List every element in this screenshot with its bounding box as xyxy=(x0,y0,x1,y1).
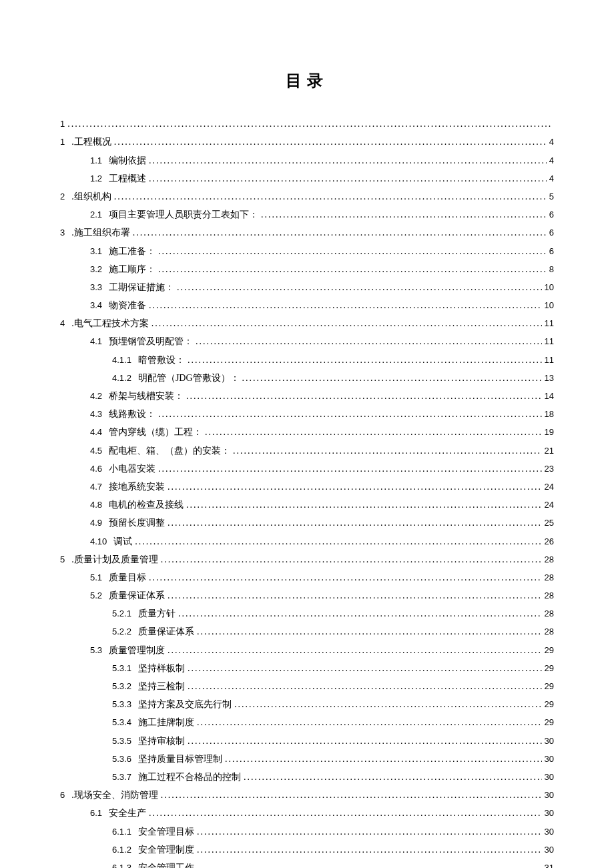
toc-leader-dots xyxy=(133,224,547,241)
toc-entry: 4.3线路敷设：18 xyxy=(60,406,554,422)
toc-entry: 4.7接地系统安装24 xyxy=(60,478,554,495)
toc-leader-dots xyxy=(242,370,542,386)
toc-entry: 4.9预留长度调整25 xyxy=(60,514,554,531)
toc-entry-page: 30 xyxy=(545,733,554,749)
toc-entry-text: 施工挂牌制度 xyxy=(138,714,194,731)
toc-leader-dots xyxy=(225,751,542,767)
toc-entry-page: 29 xyxy=(545,715,554,730)
toc-entry: 4.5配电柜、箱、（盘）的安装：21 xyxy=(60,442,554,459)
toc-entry-text: 工程概述 xyxy=(109,170,146,187)
toc-entry-number: 4.8 xyxy=(90,497,102,512)
toc-entry: 4.1.2明配管（JDG管敷设）：13 xyxy=(60,370,554,386)
toc-entry-number: 5.3.4 xyxy=(112,715,131,730)
toc-entry-page: 21 xyxy=(545,443,554,458)
toc-entry-text: .现场安全、消防管理 xyxy=(71,787,158,803)
toc-entry-number: 5.3.1 xyxy=(112,661,131,676)
toc-entry-number: 3.1 xyxy=(90,244,102,259)
toc-leader-dots xyxy=(188,352,542,368)
toc-entry-page: 30 xyxy=(545,824,554,839)
toc-entry-text: 小电器安装 xyxy=(109,460,156,477)
toc-entry-page: 19 xyxy=(545,424,554,440)
toc-entry-page: 30 xyxy=(545,751,554,767)
toc-entry-page: 4 xyxy=(549,153,554,168)
toc-entry: 1 xyxy=(60,115,554,132)
toc-entry-page: 28 xyxy=(545,552,554,567)
toc-entry-text: .组织机构 xyxy=(71,188,111,205)
toc-leader-dots xyxy=(188,678,542,695)
toc-entry: 5.质量计划及质量管理28 xyxy=(60,551,554,568)
toc-entry-text: 编制依据 xyxy=(109,152,146,169)
toc-entry-page: 30 xyxy=(545,805,554,821)
toc-entry-text: 坚持质量目标管理制 xyxy=(138,751,222,767)
toc-leader-dots xyxy=(168,642,541,659)
toc-entry: 4.10调试26 xyxy=(60,533,554,550)
toc-entry-text: 质量目标 xyxy=(109,569,146,586)
toc-entry-page: 10 xyxy=(545,298,554,313)
toc-entry-page: 6 xyxy=(549,207,554,222)
toc-entry-text: 安全管理制度 xyxy=(138,841,194,858)
toc-entry-number: 5.2.1 xyxy=(112,606,131,621)
toc-leader-dots xyxy=(149,805,541,821)
toc-entry-number: 5.3.6 xyxy=(112,751,131,767)
toc-entry-number: 4 xyxy=(60,316,65,331)
toc-leader-dots xyxy=(178,605,542,622)
toc-entry-page: 6 xyxy=(549,244,554,259)
toc-entry-page: 30 xyxy=(545,769,554,785)
toc-leader-dots xyxy=(149,297,541,314)
toc-entry-text: 工期保证措施： xyxy=(109,279,174,296)
toc-entry-number: 4.2 xyxy=(90,388,102,404)
toc-entry-page: 10 xyxy=(545,280,554,295)
toc-entry-page: 14 xyxy=(545,388,554,404)
toc-entry-text: .施工组织布署 xyxy=(71,224,130,241)
toc-entry-text: 安全管理工作 xyxy=(138,859,194,868)
toc-entry-page: 6 xyxy=(549,225,554,240)
toc-entry-number: 4.7 xyxy=(90,479,102,494)
toc-entry-number: 5 xyxy=(60,552,65,567)
toc-entry-number: 4.1.2 xyxy=(112,370,131,386)
toc-entry: 6.1.2安全管理制度30 xyxy=(60,841,554,858)
toc-entry: 4.2桥架与线槽安装：14 xyxy=(60,388,554,404)
toc-entry-number: 5.3.5 xyxy=(112,733,131,749)
toc-entry-number: 2 xyxy=(60,189,65,204)
toc-entry-text: 质量管理制度 xyxy=(109,642,165,659)
toc-entry: 5.1质量目标28 xyxy=(60,569,554,586)
toc-entry-page: 24 xyxy=(545,497,554,512)
toc-entry-page: 28 xyxy=(545,624,554,639)
toc-entry-page: 18 xyxy=(545,406,554,422)
toc-entry-text: 预埋钢管及明配管： xyxy=(109,333,193,350)
toc-entry-number: 5.3 xyxy=(90,642,102,658)
toc-entry-page: 26 xyxy=(545,534,554,549)
toc-entry-text: 接地系统安装 xyxy=(109,478,165,495)
toc-leader-dots xyxy=(234,696,542,713)
toc-leader-dots xyxy=(197,823,542,840)
toc-entry-number: 6.1 xyxy=(90,805,102,821)
toc-entry-number: 4.5 xyxy=(90,443,102,458)
toc-entry-number: 5.2.2 xyxy=(112,624,131,639)
toc-entry: 5.3.4施工挂牌制度29 xyxy=(60,714,554,731)
toc-entry-page: 8 xyxy=(549,262,554,277)
toc-entry: 4.1预埋钢管及明配管：11 xyxy=(60,333,554,350)
toc-entry-number: 3.2 xyxy=(90,262,102,277)
toc-entry-text: 项目主要管理人员职责分工表如下： xyxy=(109,206,258,223)
toc-entry: 1.工程概况4 xyxy=(60,133,554,150)
toc-leader-dots xyxy=(114,188,547,205)
toc-entry: 5.3.3坚持方案及交底先行制29 xyxy=(60,696,554,713)
toc-entry: 4.电气工程技术方案11 xyxy=(60,315,554,332)
toc-entry-page: 29 xyxy=(545,642,554,658)
toc-entry-page: 13 xyxy=(545,370,554,386)
toc-leader-dots xyxy=(158,406,541,422)
toc-entry: 3.施工组织布署6 xyxy=(60,224,554,241)
toc-entry: 5.2.2质量保证体系28 xyxy=(60,623,554,640)
toc-entry: 5.3质量管理制度29 xyxy=(60,642,554,659)
toc-entry-number: 1 xyxy=(60,116,65,131)
toc-entry-text: 预留长度调整 xyxy=(109,514,165,531)
toc-entry: 5.3.6坚持质量目标管理制30 xyxy=(60,751,554,767)
toc-leader-dots xyxy=(158,243,547,260)
toc-entry: 4.1.1暗管敷设：11 xyxy=(60,352,554,368)
toc-entry: 4.6小电器安装23 xyxy=(60,460,554,477)
toc-entry-page: 5 xyxy=(549,189,554,204)
toc-entry-number: 4.3 xyxy=(90,406,102,422)
toc-entry-number: 5.2 xyxy=(90,588,102,603)
toc-leader-dots xyxy=(186,496,541,513)
toc-entry-page: 11 xyxy=(545,316,554,331)
